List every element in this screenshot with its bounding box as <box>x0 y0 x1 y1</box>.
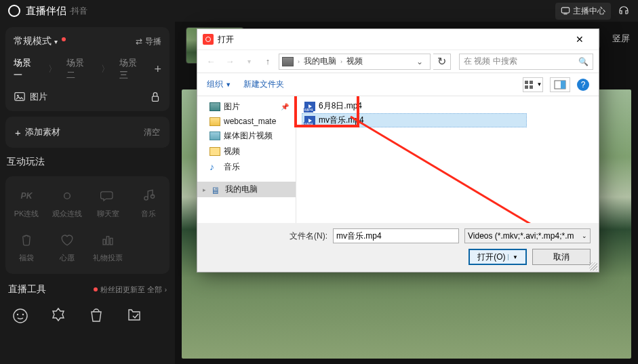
svg-rect-19 <box>561 81 565 89</box>
add-scene-button[interactable]: + <box>154 62 161 77</box>
svg-rect-16 <box>525 85 528 89</box>
search-icon: 🔍 <box>578 57 589 66</box>
tree-music[interactable]: ♪音乐 <box>197 159 296 175</box>
scene-tab-3[interactable]: 场景三 <box>119 57 144 81</box>
dialog-nav: ← → ▾ ↑ › 我的电脑› 视频 ⌄ ↻ 在 视频 中搜索 🔍 <box>197 49 599 73</box>
interact-gift-vote[interactable]: 礼物投票 <box>89 227 126 267</box>
tool-icon-2[interactable] <box>49 306 68 325</box>
app-logo-icon <box>8 5 20 17</box>
svg-rect-17 <box>530 85 533 89</box>
tree-media[interactable]: 媒体图片视频 <box>197 128 296 144</box>
close-button[interactable]: ✕ <box>566 34 593 45</box>
tool-icon-3[interactable] <box>87 306 106 325</box>
svg-rect-14 <box>525 81 528 84</box>
tv-icon <box>561 6 570 16</box>
nav-forward[interactable]: → <box>222 54 238 70</box>
svg-point-2 <box>17 95 19 97</box>
resize-grip[interactable] <box>589 262 597 270</box>
interact-title: 互动玩法 <box>5 153 170 171</box>
drive-icon <box>282 57 294 66</box>
file-item-selected[interactable]: MP4mv音乐.mp4 <box>302 113 527 127</box>
scene-tabs: 场景一〉 场景二〉 场景三 + <box>14 57 161 81</box>
tool-icons-row <box>5 302 170 325</box>
preview-pane-button[interactable] <box>550 77 570 92</box>
material-card: +添加素材 清空 <box>5 117 170 148</box>
tree-webcast[interactable]: webcast_mate <box>197 115 296 128</box>
tree-pictures[interactable]: 图片📌 <box>197 99 296 115</box>
interact-luckybag[interactable]: 福袋 <box>8 227 45 267</box>
scene-tab-2[interactable]: 场景二 <box>66 57 92 81</box>
tools-header: 直播工具 粉丝团更新至 全部› <box>5 279 170 297</box>
svg-rect-3 <box>153 96 159 101</box>
clear-button[interactable]: 清空 <box>144 127 160 138</box>
svg-line-20 <box>351 117 561 223</box>
interact-empty <box>130 227 167 267</box>
dialog-footer: 文件名(N): Videos (*.mkv;*.avi;*.mp4;*.m⌄ 打… <box>197 223 599 272</box>
path-breadcrumb[interactable]: › 我的电脑› 视频 ⌄ <box>279 54 431 70</box>
svg-rect-8 <box>110 238 112 245</box>
interact-grid: PKPK连线 观众连线 聊天室 音乐 福袋 心愿 礼物投票 <box>5 176 170 274</box>
tool-icon-1[interactable] <box>11 306 30 325</box>
dialog-titlebar: 打开 ✕ <box>197 29 599 49</box>
file-list[interactable]: MP46月8日.mp4 MP4mv音乐.mp4 <box>296 96 599 223</box>
mode-selector[interactable]: 常规模式 ▾ <box>14 35 66 47</box>
left-panel: 常规模式 ▾ ⇄导播 场景一〉 场景二〉 场景三 + 图片 +添加素材 <box>0 22 175 364</box>
path-dropdown[interactable]: ⌄ <box>412 57 427 66</box>
dialog-title: 打开 <box>218 34 234 45</box>
filename-label: 文件名(N): <box>290 230 327 242</box>
open-button[interactable]: 打开(O) ▼ <box>468 249 527 265</box>
interact-audience-link[interactable]: 观众连线 <box>49 183 85 223</box>
tool-icon-4[interactable] <box>125 306 144 325</box>
tree-videos[interactable]: 视频 <box>197 144 296 159</box>
tree-mypc[interactable]: ▸🖥我的电脑 <box>197 182 296 197</box>
dialog-toolbar: 组织 ▼ 新建文件夹 ▼ ? <box>197 73 599 96</box>
svg-rect-7 <box>106 237 108 245</box>
app-title: 直播伴侣 <box>26 5 66 18</box>
cancel-button[interactable]: 取消 <box>532 249 591 265</box>
guide-button[interactable]: ⇄导播 <box>136 36 161 47</box>
interact-music[interactable]: 音乐 <box>130 183 167 223</box>
filetype-select[interactable]: Videos (*.mkv;*.avi;*.mp4;*.m⌄ <box>464 228 591 243</box>
svg-rect-6 <box>103 239 105 245</box>
video-file-icon: MP4 <box>304 102 315 111</box>
interact-pk[interactable]: PKPK连线 <box>8 183 45 223</box>
pin-icon: 📌 <box>281 103 289 110</box>
dialog-app-icon <box>203 34 214 45</box>
interact-wish[interactable]: 心愿 <box>49 227 85 267</box>
image-icon <box>14 91 26 103</box>
orientation-v[interactable]: 竖屏 <box>612 33 630 45</box>
headset-icon[interactable] <box>618 4 630 18</box>
app-topbar: 直播伴侣 ·抖音 主播中心 <box>0 0 638 22</box>
nav-back[interactable]: ← <box>203 54 219 70</box>
scene-card: 常规模式 ▾ ⇄导播 场景一〉 场景二〉 场景三 + 图片 <box>5 27 170 111</box>
nav-recent[interactable]: ▾ <box>241 54 257 70</box>
nav-up[interactable]: ↑ <box>260 54 276 70</box>
picture-item[interactable]: 图片 <box>14 91 47 103</box>
add-material-button[interactable]: +添加素材 <box>15 126 60 138</box>
lock-icon[interactable] <box>149 91 161 103</box>
svg-point-10 <box>17 314 18 315</box>
fans-update-link[interactable]: 粉丝团更新至 全部› <box>94 285 167 295</box>
help-button[interactable]: ? <box>577 79 589 91</box>
video-file-icon: MP4 <box>304 116 315 125</box>
svg-rect-15 <box>530 81 533 84</box>
svg-point-11 <box>22 314 24 315</box>
refresh-button[interactable]: ↻ <box>433 54 451 70</box>
new-folder-button[interactable]: 新建文件夹 <box>243 79 284 90</box>
host-center-button[interactable]: 主播中心 <box>555 3 611 20</box>
scene-tab-1[interactable]: 场景一 <box>14 57 39 81</box>
app-subtitle: ·抖音 <box>69 5 87 17</box>
svg-rect-0 <box>561 7 569 13</box>
search-input[interactable]: 在 视频 中搜索 🔍 <box>459 54 593 70</box>
interact-chatroom[interactable]: 聊天室 <box>89 183 126 223</box>
file-item[interactable]: MP46月8日.mp4 <box>302 99 593 113</box>
organize-menu[interactable]: 组织 ▼ <box>207 79 231 90</box>
svg-point-9 <box>14 309 27 323</box>
filename-input[interactable] <box>333 228 459 243</box>
svg-text:PK: PK <box>21 191 33 201</box>
folder-tree: 图片📌 webcast_mate 媒体图片视频 视频 ♪音乐 ▸🖥我的电脑 <box>197 96 296 223</box>
view-mode-button[interactable]: ▼ <box>523 77 543 92</box>
open-file-dialog: 打开 ✕ ← → ▾ ↑ › 我的电脑› 视频 ⌄ ↻ 在 视频 中搜索 🔍 组… <box>197 28 599 272</box>
